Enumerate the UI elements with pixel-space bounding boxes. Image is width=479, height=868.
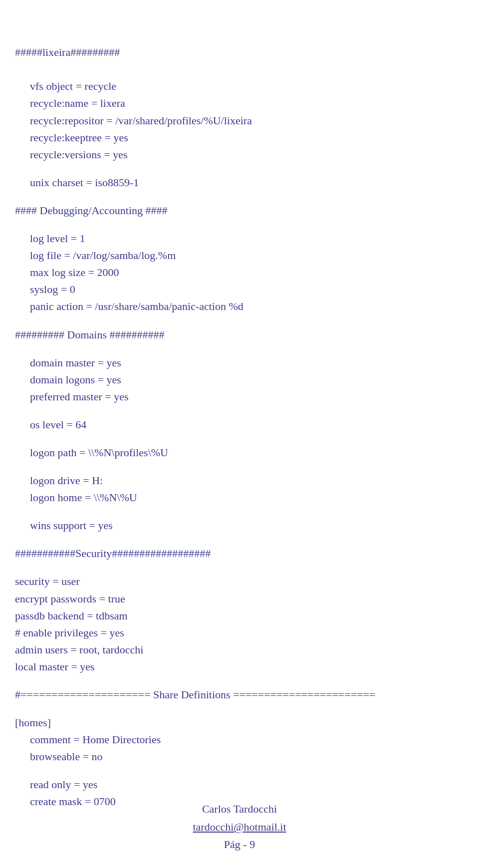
content-line-26: logon drive = H: (15, 472, 464, 489)
content-lines: vfs object = recyclerecycle:name = lixer… (15, 78, 464, 810)
content-line-18: domain master = yes (15, 354, 464, 371)
content-line-19: domain logons = yes (15, 371, 464, 388)
header-line: #####lixeira######### (15, 44, 464, 61)
content-line-5 (15, 163, 464, 174)
page-footer: Carlos Tardocchi tardocchi@hotmail.it Pá… (0, 800, 479, 853)
content-line-17 (15, 343, 464, 354)
content-line-39 (15, 675, 464, 686)
content-line-0: vfs object = recycle (15, 78, 464, 95)
content-line-4: recycle:versions = yes (15, 146, 464, 163)
main-content: #####lixeira######### (15, 10, 464, 78)
content-line-31: ###########Security################## (15, 545, 464, 562)
content-line-10: log level = 1 (15, 230, 464, 247)
content-line-37: admin users = root, tardocchi (15, 641, 464, 658)
content-line-46: read only = yes (15, 776, 464, 793)
content-line-8: #### Debugging/Accounting #### (15, 202, 464, 219)
content-line-3: recycle:keeptree = yes (15, 129, 464, 146)
content-line-14: panic action = /usr/share/samba/panic-ac… (15, 298, 464, 315)
footer-author: Carlos Tardocchi (0, 800, 479, 818)
content-line-40: #===================== Share Definitions… (15, 686, 464, 703)
content-line-29: wins support = yes (15, 517, 464, 534)
content-line-16: ######### Domains ########## (15, 326, 464, 343)
content-line-45 (15, 765, 464, 776)
content-line-9 (15, 219, 464, 230)
content-line-2: recycle:repositor = /var/shared/profiles… (15, 112, 464, 129)
content-line-30 (15, 534, 464, 545)
content-line-24: logon path = \\%N\profiles\%U (15, 444, 464, 461)
content-line-20: preferred master = yes (15, 388, 464, 405)
content-line-27: logon home = \\%N\%U (15, 489, 464, 506)
content-line-32 (15, 562, 464, 573)
content-line-34: encrypt passwords = true (15, 590, 464, 607)
content-line-12: max log size = 2000 (15, 264, 464, 281)
content-line-13: syslog = 0 (15, 281, 464, 298)
footer-page: Pág - 9 (0, 836, 479, 853)
content-line-1: recycle:name = lixera (15, 95, 464, 112)
content-line-42: [homes] (15, 714, 464, 731)
content-line-33: security = user (15, 573, 464, 590)
content-line-11: log file = /var/log/samba/log.%m (15, 247, 464, 264)
content-line-15 (15, 315, 464, 326)
content-line-43: comment = Home Directories (15, 731, 464, 748)
content-line-38: local master = yes (15, 658, 464, 675)
content-line-21 (15, 405, 464, 416)
content-line-44: browseable = no (15, 748, 464, 765)
content-line-36: # enable privileges = yes (15, 624, 464, 641)
content-line-35: passdb backend = tdbsam (15, 607, 464, 624)
content-line-41 (15, 703, 464, 714)
content-line-22: os level = 64 (15, 416, 464, 433)
content-line-7 (15, 191, 464, 202)
content-line-25 (15, 461, 464, 472)
content-line-23 (15, 433, 464, 444)
content-line-28 (15, 506, 464, 517)
content-line-6: unix charset = iso8859-1 (15, 174, 464, 191)
footer-email: tardocchi@hotmail.it (0, 818, 479, 836)
